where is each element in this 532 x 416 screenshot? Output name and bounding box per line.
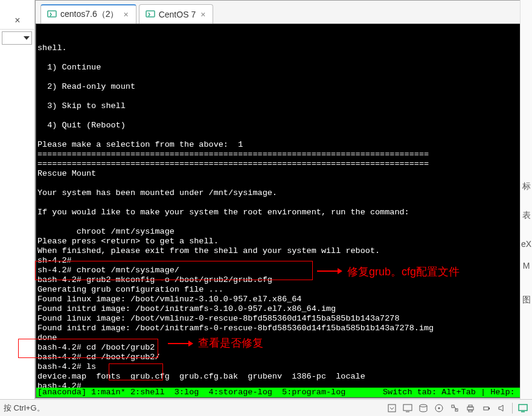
side-label: 标	[521, 181, 532, 192]
display-icon[interactable]	[518, 403, 528, 414]
left-sidebar: ×	[0, 0, 35, 416]
side-label: 表	[521, 210, 532, 221]
terminal-line: device.map fonts grub.cfg grub.cfg.bak g…	[37, 372, 530, 382]
svg-rect-15	[469, 410, 472, 412]
terminal-line	[37, 179, 530, 188]
terminal-line: bash-4.2# ls	[37, 362, 530, 372]
svg-point-9	[438, 407, 440, 409]
svg-rect-1	[146, 11, 155, 17]
terminal-line	[37, 111, 530, 121]
side-label: M	[521, 261, 532, 270]
terminal-line: shell.	[37, 43, 530, 53]
terminal-line: 2) Read-only mount	[37, 82, 530, 92]
terminal-line: Please press <return> to get a shell.	[37, 237, 530, 246]
terminal-line	[37, 217, 530, 227]
vm-icon	[47, 10, 57, 19]
svg-rect-18	[519, 405, 527, 411]
status-right: Switch tab: Alt+Tab | Help: F1	[383, 388, 530, 397]
terminal-line: bash-4.2# cd /boot/grub2/	[37, 353, 530, 362]
terminal-line: Rescue Mount	[37, 169, 530, 179]
side-label: eX	[521, 239, 532, 249]
terminal-line: Please make a selection from the above: …	[37, 140, 530, 150]
close-icon[interactable]: ×	[0, 15, 35, 30]
terminal-line	[37, 72, 530, 82]
terminal-line: Found linux image: /boot/vmlinuz-3.10.0-…	[37, 295, 530, 304]
svg-rect-16	[484, 407, 489, 410]
terminal-line: 3) Skip to shell	[37, 101, 530, 111]
terminal-line	[37, 198, 530, 208]
terminal-line: Found linux image: /boot/vmlinuz-0-rescu…	[37, 314, 530, 324]
terminal-line: done	[37, 333, 530, 343]
screen-icon[interactable]	[402, 403, 413, 414]
svg-rect-4	[388, 405, 396, 412]
footer-bar: 按 Ctrl+G。	[0, 399, 532, 416]
footer-icons	[386, 403, 528, 414]
sound-icon[interactable]	[496, 403, 507, 414]
terminal-line: bash-4.2# grub2-mkconfig -o /boot/grub2/…	[37, 275, 530, 285]
cd-icon[interactable]	[434, 403, 444, 414]
terminal[interactable]: shell. 1) Continue 2) Read-only mount 3)…	[36, 24, 531, 398]
svg-rect-0	[48, 11, 56, 17]
tab-centos7[interactable]: CentOS 7 ×	[139, 4, 214, 24]
footer-hint: 按 Ctrl+G。	[4, 403, 45, 414]
svg-rect-14	[469, 405, 472, 407]
close-icon[interactable]: ×	[199, 10, 207, 19]
svg-rect-10	[452, 405, 454, 408]
disk-icon[interactable]	[418, 403, 429, 414]
svg-rect-5	[403, 405, 412, 411]
terminal-line: 1) Continue	[37, 63, 530, 72]
terminal-line: Your system has been mounted under /mnt/…	[37, 188, 530, 198]
terminal-line: Generating grub configuration file ...	[37, 285, 530, 295]
terminal-line: Found initrd image: /boot/initramfs-3.10…	[37, 304, 530, 314]
terminal-line: If you would like to make your system th…	[37, 208, 530, 217]
side-label: 图	[521, 295, 532, 306]
vm-icon	[146, 10, 155, 19]
terminal-line: Found initrd image: /boot/initramfs-0-re…	[37, 324, 530, 333]
right-strip: 标 表 eX M 图	[520, 0, 532, 416]
terminal-line: chroot /mnt/sysimage	[37, 227, 530, 237]
terminal-line: ========================================…	[37, 159, 530, 169]
terminal-line	[37, 92, 530, 101]
terminal-line: bash-4.2# cd /boot/grub2	[37, 343, 530, 353]
terminal-line	[37, 53, 530, 63]
svg-rect-17	[489, 408, 490, 409]
status-left: [anaconda] 1:main* 2:shell 3:log 4:stora…	[37, 388, 345, 397]
close-icon[interactable]: ×	[123, 10, 130, 19]
network-icon[interactable]	[449, 403, 460, 414]
svg-point-7	[420, 405, 427, 407]
terminal-line: When finished, please exit from the shel…	[37, 246, 530, 256]
terminal-line	[37, 130, 530, 140]
terminal-line: sh-4.2#	[37, 256, 530, 266]
usb-icon[interactable]	[481, 403, 492, 414]
terminal-status-bar: [anaconda] 1:main* 2:shell 3:log 4:stora…	[36, 388, 531, 397]
dropdown-icon[interactable]	[386, 403, 397, 414]
tab-centos76-2[interactable]: centos7.6（2） ×	[40, 4, 136, 24]
terminal-line: 4) Quit (Reboot)	[37, 121, 530, 130]
main-area: centos7.6（2） × CentOS 7 × shell. 1) Cont…	[35, 0, 532, 398]
svg-rect-13	[467, 407, 473, 410]
sidebar-dropdown[interactable]	[2, 31, 32, 45]
printer-icon[interactable]	[465, 403, 476, 414]
terminal-line: sh-4.2# chroot /mnt/sysimage/	[37, 266, 530, 275]
terminal-line: ========================================…	[37, 150, 530, 159]
tab-bar: centos7.6（2） × CentOS 7 ×	[36, 1, 531, 24]
tab-label: centos7.6（2）	[60, 9, 119, 20]
tab-label: CentOS 7	[159, 10, 196, 19]
